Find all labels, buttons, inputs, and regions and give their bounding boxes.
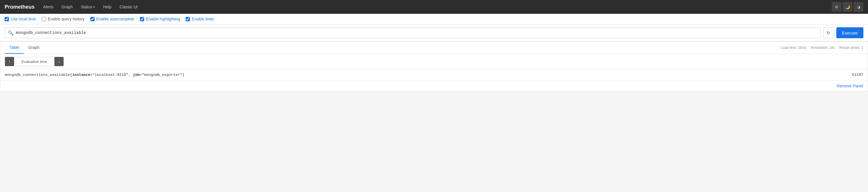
remove-panel-row: Remove Panel: [0, 80, 868, 91]
brand-logo: Prometheus: [5, 4, 34, 10]
enable-autocomplete-checkbox[interactable]: Enable autocomplete: [90, 17, 134, 21]
resolution-stat: Resolution: 14s: [811, 46, 835, 50]
chevron-down-icon: ▾: [93, 5, 95, 9]
classic-ui-link[interactable]: Classic UI: [117, 3, 141, 10]
tab-table[interactable]: Table: [5, 42, 24, 54]
enable-linter-input[interactable]: [186, 17, 190, 21]
enable-linter-label: Enable linter: [192, 17, 214, 21]
status-dropdown[interactable]: Status ▾: [78, 3, 98, 10]
search-icon: 🔍: [8, 30, 13, 36]
chevron-right-icon: ›: [58, 59, 60, 64]
table-row: mongodb_connections_available{instance="…: [0, 69, 868, 80]
settings-bar: Use local time Enable query history Enab…: [0, 14, 868, 25]
help-link[interactable]: Help: [100, 3, 114, 10]
refresh-button[interactable]: ↻: [823, 27, 834, 38]
enable-highlighting-label: Enable highlighting: [146, 17, 180, 21]
eval-time-bar: ‹ Evaluation time ›: [0, 54, 868, 69]
status-label: Status: [81, 5, 92, 9]
contrast-icon: ◑: [857, 5, 860, 9]
alerts-link[interactable]: Alerts: [40, 3, 56, 10]
enable-highlighting-input[interactable]: [140, 17, 144, 21]
eval-next-button[interactable]: ›: [54, 57, 64, 66]
use-local-time-input[interactable]: [5, 17, 9, 21]
navbar-icons: ⚙ 🌙 ◑: [832, 2, 863, 12]
tab-graph[interactable]: Graph: [24, 42, 44, 54]
query-input[interactable]: [16, 31, 818, 35]
chevron-left-icon: ‹: [9, 59, 10, 64]
eval-time-label: Evaluation time: [14, 57, 54, 66]
graph-link[interactable]: Graph: [59, 3, 76, 10]
enable-query-history-checkbox[interactable]: Enable query history: [42, 17, 85, 21]
enable-autocomplete-label: Enable autocomplete: [96, 17, 134, 21]
moon-icon: 🌙: [845, 5, 850, 9]
result-metric: mongodb_connections_available{instance="…: [5, 73, 852, 77]
execute-button[interactable]: Execute: [836, 27, 863, 38]
enable-query-history-input[interactable]: [42, 17, 46, 21]
use-local-time-checkbox[interactable]: Use local time: [5, 17, 36, 21]
navbar: Prometheus Alerts Graph Status ▾ Help Cl…: [0, 0, 868, 14]
enable-query-history-label: Enable query history: [48, 17, 85, 21]
refresh-icon: ↻: [827, 30, 830, 36]
contrast-button[interactable]: ◑: [854, 2, 863, 12]
enable-autocomplete-input[interactable]: [90, 17, 95, 21]
dark-mode-button[interactable]: 🌙: [843, 2, 852, 12]
panel: Table Graph Load time: 25ms Resolution: …: [0, 41, 868, 91]
eval-prev-button[interactable]: ‹: [5, 57, 14, 66]
load-time-stat: Load time: 25ms: [781, 46, 806, 50]
enable-highlighting-checkbox[interactable]: Enable highlighting: [140, 17, 180, 21]
panel-tabs-row: Table Graph Load time: 25ms Resolution: …: [0, 42, 868, 54]
use-local-time-label: Use local time: [11, 17, 36, 21]
remove-panel-link[interactable]: Remove Panel: [837, 84, 863, 88]
result-series-stat: Result series: 1: [839, 46, 863, 50]
settings-icon-button[interactable]: ⚙: [832, 2, 841, 12]
search-wrapper: 🔍: [5, 27, 821, 38]
query-bar: 🔍 ↻ Execute: [0, 25, 868, 41]
panel-stats: Load time: 25ms Resolution: 14s Result s…: [781, 46, 863, 50]
enable-linter-checkbox[interactable]: Enable linter: [186, 17, 214, 21]
settings-icon: ⚙: [835, 5, 838, 9]
result-value: 51197: [852, 73, 863, 77]
